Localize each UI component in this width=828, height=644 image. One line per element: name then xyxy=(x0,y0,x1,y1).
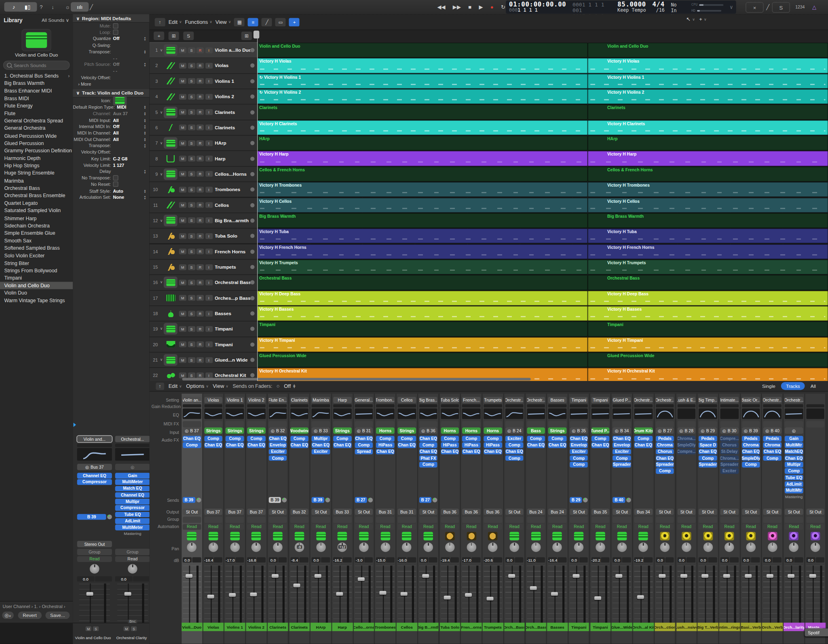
mute-button[interactable]: M xyxy=(179,78,186,84)
mixer-channel-strip[interactable]: CellosStringsCompChan EQBus 31Read-16.0.… xyxy=(397,394,418,644)
audio-fx-plugin[interactable]: Chroma... xyxy=(720,455,739,461)
checkbox[interactable] xyxy=(113,182,118,187)
automation-mode[interactable]: Read xyxy=(398,524,416,530)
group-slot[interactable] xyxy=(634,517,653,523)
record-enable-button[interactable]: R xyxy=(196,63,204,68)
audio-fx-plugin[interactable]: Chan EQ xyxy=(419,449,437,455)
fader-cap[interactable] xyxy=(637,595,644,599)
channel-name-tab[interactable]: Violins 2 xyxy=(246,623,267,631)
track-lane[interactable]: HArpHArp xyxy=(257,136,828,151)
eq-thumbnail[interactable] xyxy=(742,408,760,419)
input-monitor-button[interactable]: I xyxy=(205,63,212,68)
channel-setting-button[interactable]: Orchestr... xyxy=(527,397,545,403)
eq-thumbnail[interactable] xyxy=(527,408,545,419)
send-knob[interactable] xyxy=(196,498,201,503)
audio-fx-plugin[interactable]: St-Delay xyxy=(720,449,739,455)
audio-fx-plugin[interactable]: Chroma xyxy=(763,442,782,448)
audio-fx-plugin[interactable]: Chroma xyxy=(656,442,674,448)
channel-setting-button[interactable]: Clarinets xyxy=(290,397,308,403)
channel-setting-button[interactable]: Orchestr... xyxy=(763,397,782,403)
channel-name-tab[interactable]: Cello...orns xyxy=(354,623,375,631)
snap-button[interactable]: S xyxy=(183,32,194,40)
audio-fx-plugin[interactable]: Comp xyxy=(376,436,395,442)
library-item[interactable]: String Biter xyxy=(0,259,73,267)
input-slot[interactable]: Horns xyxy=(484,427,502,434)
mixer-channel-strip[interactable]: St OutRead0.0.MS xyxy=(805,394,826,644)
mixer-channel-strip[interactable]: General...◎B 31Chan EQCompSpreadB 27St O… xyxy=(354,394,375,644)
checkbox[interactable] xyxy=(113,23,118,29)
volume-fader[interactable] xyxy=(226,566,244,624)
disclosure-chevron[interactable]: ∨ xyxy=(159,327,164,331)
pan-knob[interactable] xyxy=(811,543,820,552)
mute-button[interactable]: M xyxy=(179,109,186,115)
volume-value[interactable]: 0.0 xyxy=(183,557,192,562)
pan-knob[interactable] xyxy=(467,543,476,552)
fader-cap[interactable] xyxy=(465,593,472,597)
audio-fx-plugin[interactable]: Chan EQ xyxy=(763,449,782,455)
segment-tracks[interactable]: Tracks xyxy=(781,382,805,390)
input-slot[interactable]: Strings xyxy=(247,427,265,434)
record-enable-button[interactable]: R xyxy=(196,202,204,208)
audio-fx-plugin[interactable]: Comp xyxy=(333,436,351,442)
output-slot[interactable]: Bus 24 xyxy=(527,509,545,515)
volume-fader[interactable] xyxy=(247,566,265,624)
track-header[interactable]: 15MSRITrumpets xyxy=(150,259,257,275)
automation-mode[interactable]: Read xyxy=(527,524,545,530)
midi-region[interactable]: Victory H Harp xyxy=(588,151,828,166)
group-slot[interactable] xyxy=(441,517,459,523)
midi-region[interactable]: Victory H Clarinets xyxy=(257,120,588,135)
send-slot[interactable]: B 39 xyxy=(312,497,330,503)
midi-fx-slot[interactable] xyxy=(333,421,351,427)
output-slot[interactable]: Bus 32 xyxy=(290,509,308,515)
audio-fx-plugin[interactable]: Comp xyxy=(699,455,717,461)
audio-fx-plugin[interactable]: Spread xyxy=(355,449,373,455)
channel-name-tab[interactable]: HArp xyxy=(310,623,332,631)
disclosure-chevron[interactable]: ∨ xyxy=(159,280,164,284)
send-bus[interactable]: B 39 xyxy=(312,497,324,503)
volume-value[interactable]: 0.0 xyxy=(505,557,514,562)
volume-fader[interactable] xyxy=(548,566,566,624)
volume-value[interactable]: 0.0 xyxy=(720,557,729,562)
volume-value[interactable]: 0.0 xyxy=(677,557,686,562)
automation-mode[interactable]: Read xyxy=(505,524,524,530)
audio-fx-plugin[interactable]: Pedals xyxy=(763,436,782,442)
volume-fader[interactable] xyxy=(290,566,308,624)
eq-thumbnail[interactable] xyxy=(806,408,824,419)
mute-button[interactable]: M xyxy=(179,233,186,239)
library-item[interactable]: Violin and Cello Duo xyxy=(0,282,73,290)
midi-fx-slot[interactable] xyxy=(656,421,674,427)
automation-mode[interactable]: Read xyxy=(419,524,437,530)
fader-cap[interactable] xyxy=(680,574,687,578)
input-monitor-button[interactable]: I xyxy=(205,202,212,208)
eq-thumbnail[interactable] xyxy=(183,408,201,419)
fader-cap[interactable] xyxy=(422,574,429,578)
input-monitor-button[interactable]: I xyxy=(205,156,212,161)
automation-mode[interactable]: Read xyxy=(333,524,351,530)
track-icon-well[interactable] xyxy=(164,184,177,196)
mute-button[interactable]: M xyxy=(179,94,186,99)
audio-fx-plugin[interactable]: Comp xyxy=(183,442,201,448)
track-header[interactable]: 1∨MSRIViolin a...llo Duo xyxy=(150,43,257,58)
send-slot[interactable]: B 39 xyxy=(77,514,112,520)
group-slot[interactable] xyxy=(333,517,351,523)
solo-button[interactable]: S xyxy=(188,94,195,99)
audio-fx-plugin[interactable]: Comp xyxy=(570,462,588,467)
volume-value[interactable]: -8.4 xyxy=(290,557,299,562)
input-slot[interactable]: ◎B 37 xyxy=(183,427,201,434)
channel-name-tab[interactable]: Clarinets xyxy=(289,623,310,631)
input-slot[interactable]: ◎B 29 xyxy=(699,427,717,434)
midi-region[interactable]: Victory H Timpani xyxy=(588,337,828,352)
mixer-channel-strip[interactable]: HarpStringsCompChan EQBus 33Read+12-16.2… xyxy=(332,394,353,644)
audio-fx-plugin[interactable]: Chan EQ xyxy=(484,449,502,455)
midi-fx-slot[interactable] xyxy=(763,421,782,427)
mixer-channel-strip[interactable]: BassesStringsCompChan EQBus 24Read-16.4.… xyxy=(547,394,568,644)
library-item[interactable]: Simple Ensemble Glue xyxy=(0,229,73,237)
group-slot[interactable] xyxy=(183,517,201,523)
channel-name-tab[interactable]: Clarinets xyxy=(268,623,289,631)
audio-fx-plugin[interactable]: Chan EQ xyxy=(419,436,437,442)
track-lane[interactable]: Orchestral BassOrchestral Bass xyxy=(257,275,828,290)
channel-name-tab[interactable]: Cellos xyxy=(397,623,418,631)
channel-setting-button[interactable]: Basic Or... xyxy=(742,397,760,403)
track-header[interactable]: 8MSRIHarp xyxy=(150,151,257,166)
volume-value[interactable]: -19.2 xyxy=(634,557,643,562)
